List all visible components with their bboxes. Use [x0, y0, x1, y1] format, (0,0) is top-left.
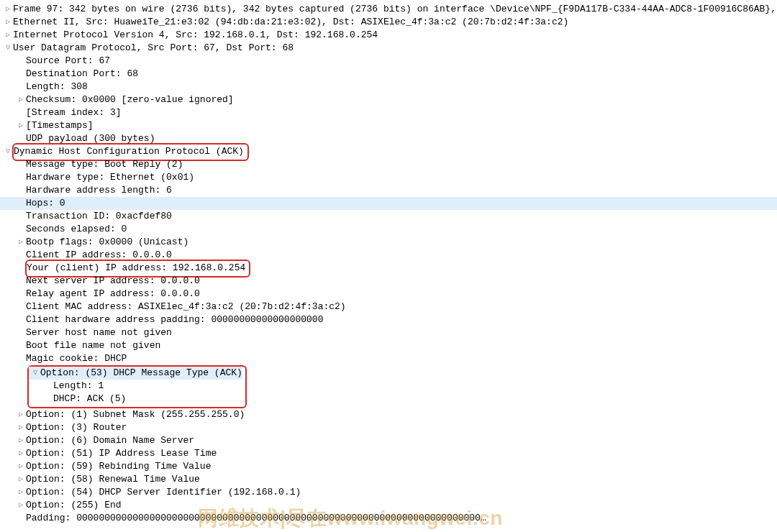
- chevron-right-icon[interactable]: ▷: [3, 29, 13, 42]
- packet-tree: ▷ Frame 97: 342 bytes on wire (2736 bits…: [0, 0, 777, 528]
- row-bootfile-text: Boot file name not given: [26, 339, 777, 352]
- row-opt53len-text: Length: 1: [53, 380, 242, 393]
- row-streamidx[interactable]: · [Stream index: 3]: [0, 106, 777, 119]
- chevron-right-icon[interactable]: ▷: [16, 499, 26, 512]
- row-opt6[interactable]: ▷ Option: (6) Domain Name Server: [0, 434, 777, 447]
- row-transid[interactable]: · Transaction ID: 0xacfdef80: [0, 210, 777, 223]
- row-opt53[interactable]: ▽ Option: (53) DHCP Message Type (ACK): [29, 367, 242, 380]
- chevron-right-icon[interactable]: ▷: [16, 486, 26, 499]
- row-relayagent-text: Relay agent IP address: 0.0.0.0: [26, 288, 777, 301]
- row-timestamps-text: [Timestamps]: [26, 119, 777, 132]
- row-length-text: Length: 308: [26, 81, 777, 93]
- row-opt255-text: Option: (255) End: [26, 499, 777, 512]
- row-opt3-text: Option: (3) Router: [26, 421, 777, 434]
- row-hops[interactable]: · Hops: 0: [0, 197, 777, 210]
- row-relayagent[interactable]: · Relay agent IP address: 0.0.0.0: [0, 288, 777, 301]
- row-serverhost[interactable]: · Server host name not given: [0, 326, 777, 339]
- row-hops-text: Hops: 0: [26, 197, 777, 210]
- row-opt54[interactable]: ▷ Option: (54) DHCP Server Identifier (1…: [0, 486, 777, 499]
- row-hwtype-text: Hardware type: Ethernet (0x01): [26, 171, 777, 184]
- row-udp-text: User Datagram Protocol, Src Port: 67, Ds…: [13, 42, 777, 55]
- row-clientmac[interactable]: · Client MAC address: ASIXElec_4f:3a:c2 …: [0, 301, 777, 313]
- row-bootpflags[interactable]: ▷ Bootp flags: 0x0000 (Unicast): [0, 236, 777, 249]
- row-secelapsed[interactable]: · Seconds elapsed: 0: [0, 223, 777, 236]
- row-opt59-text: Option: (59) Rebinding Time Value: [26, 460, 777, 473]
- chevron-right-icon[interactable]: ▷: [16, 408, 26, 421]
- row-opt51-text: Option: (51) IP Address Lease Time: [26, 447, 777, 460]
- row-opt54-text: Option: (54) DHCP Server Identifier (192…: [26, 486, 777, 499]
- chevron-down-icon[interactable]: ▽: [30, 367, 40, 380]
- row-timestamps[interactable]: ▷ [Timestamps]: [0, 119, 777, 132]
- chevron-right-icon[interactable]: ▷: [16, 236, 26, 249]
- row-msgtype-text: Message type: Boot Reply (2): [26, 158, 777, 171]
- row-opt255[interactable]: ▷ Option: (255) End: [0, 499, 777, 512]
- row-streamidx-text: [Stream index: 3]: [26, 106, 777, 119]
- row-bootfile[interactable]: · Boot file name not given: [0, 339, 777, 352]
- chevron-right-icon[interactable]: ▷: [16, 93, 26, 106]
- row-padding-text: Padding: 0000000000000000000000000000000…: [26, 512, 777, 525]
- row-udp[interactable]: ▽ User Datagram Protocol, Src Port: 67, …: [0, 42, 777, 55]
- row-transid-text: Transaction ID: 0xacfdef80: [26, 210, 777, 223]
- row-opt3[interactable]: ▷ Option: (3) Router: [0, 421, 777, 434]
- row-opt58-text: Option: (58) Renewal Time Value: [26, 473, 777, 486]
- row-opt53dhcp-text: DHCP: ACK (5): [53, 393, 242, 405]
- highlight-box-group: ▽ Option: (53) DHCP Message Type (ACK) ·…: [27, 365, 247, 408]
- chevron-right-icon[interactable]: ▷: [3, 3, 13, 16]
- chevron-right-icon[interactable]: ▷: [16, 447, 26, 460]
- row-clientpadding-text: Client hardware address padding: 0000000…: [26, 313, 777, 326]
- row-hwtype[interactable]: · Hardware type: Ethernet (0x01): [0, 171, 777, 184]
- row-opt53len[interactable]: · Length: 1: [29, 380, 242, 393]
- row-yourip[interactable]: · Your (client) IP address: 192.168.0.25…: [0, 262, 777, 275]
- row-opt53dhcp[interactable]: · DHCP: ACK (5): [29, 393, 242, 405]
- row-msgtype[interactable]: · Message type: Boot Reply (2): [0, 158, 777, 171]
- row-yourip-text: Your (client) IP address: 192.168.0.254: [27, 262, 245, 273]
- row-opt58[interactable]: ▷ Option: (58) Renewal Time Value: [0, 473, 777, 486]
- row-opt1[interactable]: ▷ Option: (1) Subnet Mask (255.255.255.0…: [0, 408, 777, 421]
- chevron-right-icon[interactable]: ▷: [16, 473, 26, 486]
- row-opt51[interactable]: ▷ Option: (51) IP Address Lease Time: [0, 447, 777, 460]
- chevron-right-icon[interactable]: ▷: [16, 434, 26, 447]
- row-opt59[interactable]: ▷ Option: (59) Rebinding Time Value: [0, 460, 777, 473]
- row-ethernet-text: Ethernet II, Src: HuaweiTe_21:e3:02 (94:…: [13, 16, 777, 29]
- row-magiccookie[interactable]: · Magic cookie: DHCP: [0, 352, 777, 365]
- chevron-right-icon[interactable]: ▷: [16, 119, 26, 132]
- row-srcport[interactable]: · Source Port: 67: [0, 55, 777, 68]
- row-hwaddrlen-text: Hardware address length: 6: [26, 184, 777, 197]
- chevron-right-icon[interactable]: ▷: [3, 16, 13, 29]
- row-nextserver-text: Next server IP address: 0.0.0.0: [26, 275, 777, 288]
- chevron-down-icon[interactable]: ▽: [3, 145, 13, 158]
- chevron-right-icon[interactable]: ▷: [16, 421, 26, 434]
- row-ethernet[interactable]: ▷ Ethernet II, Src: HuaweiTe_21:e3:02 (9…: [0, 16, 777, 29]
- row-length[interactable]: · Length: 308: [0, 81, 777, 93]
- chevron-down-icon[interactable]: ▽: [3, 42, 13, 55]
- row-frame[interactable]: ▷ Frame 97: 342 bytes on wire (2736 bits…: [0, 3, 777, 16]
- row-dstport-text: Destination Port: 68: [26, 68, 777, 81]
- row-nextserver[interactable]: · Next server IP address: 0.0.0.0: [0, 275, 777, 288]
- chevron-right-icon[interactable]: ▷: [16, 460, 26, 473]
- row-padding[interactable]: · Padding: 00000000000000000000000000000…: [0, 512, 777, 525]
- row-hwaddrlen[interactable]: · Hardware address length: 6: [0, 184, 777, 197]
- row-serverhost-text: Server host name not given: [26, 326, 777, 339]
- row-opt6-text: Option: (6) Domain Name Server: [26, 434, 777, 447]
- row-srcport-text: Source Port: 67: [26, 55, 777, 68]
- row-checksum-text: Checksum: 0x0000 [zero-value ignored]: [26, 93, 777, 106]
- row-ip[interactable]: ▷ Internet Protocol Version 4, Src: 192.…: [0, 29, 777, 42]
- row-dhcp[interactable]: ▽ Dynamic Host Configuration Protocol (A…: [0, 145, 777, 158]
- row-ip-text: Internet Protocol Version 4, Src: 192.16…: [13, 29, 777, 42]
- row-opt53-text: Option: (53) DHCP Message Type (ACK): [40, 367, 242, 380]
- row-opt1-text: Option: (1) Subnet Mask (255.255.255.0): [26, 408, 777, 421]
- row-dhcp-text: Dynamic Host Configuration Protocol (ACK…: [14, 146, 244, 157]
- row-frame-text: Frame 97: 342 bytes on wire (2736 bits),…: [13, 3, 777, 16]
- row-dstport[interactable]: · Destination Port: 68: [0, 68, 777, 81]
- row-secelapsed-text: Seconds elapsed: 0: [26, 223, 777, 236]
- row-clientpadding[interactable]: · Client hardware address padding: 00000…: [0, 313, 777, 326]
- row-magiccookie-text: Magic cookie: DHCP: [26, 352, 777, 365]
- row-clientmac-text: Client MAC address: ASIXElec_4f:3a:c2 (2…: [26, 301, 777, 313]
- row-checksum[interactable]: ▷ Checksum: 0x0000 [zero-value ignored]: [0, 93, 777, 106]
- row-bootpflags-text: Bootp flags: 0x0000 (Unicast): [26, 236, 777, 249]
